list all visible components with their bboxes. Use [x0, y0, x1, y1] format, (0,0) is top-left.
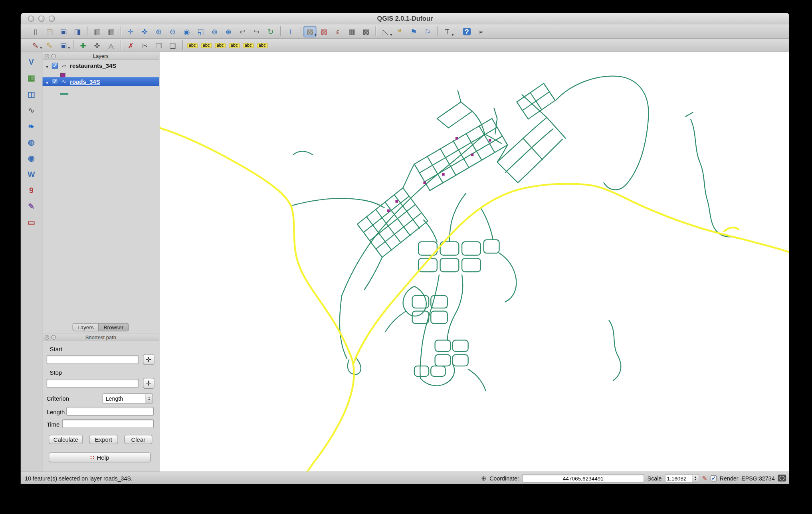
length-input[interactable] [66, 407, 154, 416]
label-highlight-icon[interactable]: abc [214, 40, 227, 51]
stop-input[interactable] [47, 379, 139, 388]
clear-button[interactable]: Clear [124, 435, 152, 444]
dropdown-arrows-icon [692, 474, 699, 482]
road-path [691, 120, 733, 237]
render-checkbox[interactable] [710, 475, 717, 481]
layer-visibility-checkbox[interactable] [52, 62, 58, 69]
road-block [462, 258, 481, 272]
add-wms-layer-icon[interactable]: ◍ [25, 136, 38, 148]
start-input[interactable] [47, 355, 139, 364]
scale-select[interactable]: 1:16082 [665, 474, 699, 482]
toggle-editing-icon[interactable]: ✎ [43, 40, 56, 51]
cut-features-icon[interactable]: ✂ [138, 40, 151, 51]
expand-arrow-icon[interactable] [45, 61, 49, 70]
deselect-features-icon[interactable]: ▨ [317, 26, 330, 37]
show-bookmarks-icon[interactable]: ⚐ [421, 26, 434, 37]
layer-item-roads[interactable]: ∿ roads_34S [42, 77, 159, 86]
zoom-out-icon[interactable]: ⊖ [166, 26, 179, 37]
new-shapefile-layer-icon[interactable]: ✎ [25, 200, 38, 212]
field-calculator-icon[interactable]: ε [331, 26, 344, 37]
export-button[interactable]: Export [89, 435, 118, 444]
zoom-next-icon[interactable]: ↪ [250, 26, 263, 37]
copy-features-icon[interactable]: ❐ [152, 40, 165, 51]
whats-this-icon[interactable]: ➢ [474, 26, 487, 37]
new-print-composer-icon[interactable]: ▥ [91, 26, 103, 37]
delete-selected-icon[interactable]: ✗ [124, 40, 137, 51]
refresh-map-icon[interactable]: ↻ [264, 26, 277, 37]
attribute-table-icon[interactable]: ▦ [345, 26, 358, 37]
node-tool-icon[interactable]: ◬ [105, 40, 117, 51]
add-postgis-layer-icon[interactable]: ◫ [25, 87, 38, 100]
measure-line-icon[interactable]: ◺▾ [379, 26, 392, 37]
labeling-icon[interactable]: abc [186, 40, 199, 51]
tab-layers[interactable]: Layers [72, 323, 99, 331]
expand-arrow-icon[interactable] [45, 77, 49, 86]
label-pin-icon[interactable]: abc [200, 40, 213, 51]
road-block [453, 340, 468, 352]
zoom-last-icon[interactable]: ↩ [236, 26, 249, 37]
panel-close-icon[interactable] [45, 54, 50, 59]
road-path [556, 76, 648, 190]
current-edits-icon[interactable]: ✎▾ [29, 40, 42, 51]
select-features-icon[interactable]: ▧▾ [303, 26, 316, 37]
map-canvas[interactable] [160, 52, 789, 472]
zoom-to-layer-icon[interactable]: ⊛ [222, 26, 235, 37]
add-raster-layer-icon[interactable]: ▦ [25, 71, 38, 84]
paste-features-icon[interactable]: ❏ [166, 40, 179, 51]
layer-visibility-checkbox[interactable] [52, 79, 58, 85]
layer-item-restaurants[interactable]: ▱ restaurants_34S [42, 61, 159, 70]
label-move-icon[interactable]: abc [228, 40, 241, 51]
zoom-actual-size-icon[interactable]: ◉ [180, 26, 193, 37]
save-layer-edits-icon[interactable]: ▣▾ [57, 40, 70, 51]
add-oracle-layer-icon[interactable]: 9 [25, 184, 38, 196]
raster-calculator-icon[interactable]: ▩ [359, 26, 372, 37]
criterion-select[interactable]: Length [103, 393, 153, 404]
roads-symbol [60, 93, 68, 95]
panel-float-icon[interactable] [51, 54, 56, 59]
composer-manager-icon[interactable]: ▦ [105, 26, 117, 37]
add-vector-layer-icon[interactable]: V [25, 55, 38, 68]
shortest-path-title: Shortest path [85, 334, 116, 340]
point-layer-icon: ▱ [61, 63, 67, 68]
pick-start-button[interactable]: ✛ [143, 354, 154, 365]
help-contents-icon[interactable]: ? [460, 26, 473, 37]
help-button[interactable]: ∷ Help [49, 453, 151, 463]
open-project-icon[interactable]: ▤ [43, 26, 56, 37]
new-bookmark-icon[interactable]: ⚑ [407, 26, 420, 37]
zoom-in-icon[interactable]: ⊕ [152, 26, 165, 37]
add-feature-icon[interactable]: ✚ [77, 40, 89, 51]
new-project-icon[interactable]: ▯ [29, 26, 42, 37]
map-tips-icon[interactable]: ❝ [393, 26, 406, 37]
add-mssql-layer-icon[interactable]: ❧ [25, 120, 38, 132]
add-wfs-layer-icon[interactable]: W [25, 168, 38, 180]
add-spatialite-layer-icon[interactable]: ∿ [25, 103, 38, 116]
road-path [403, 164, 414, 188]
zoom-full-extent-icon[interactable]: ◱ [194, 26, 207, 37]
tab-browser[interactable]: Browser [98, 323, 129, 331]
label-rotate-icon[interactable]: abc [242, 40, 255, 51]
shortest-path-header: Shortest path [42, 333, 159, 341]
toolbar-separator [121, 26, 121, 36]
pan-to-selection-icon[interactable]: ✜ [138, 26, 151, 37]
move-feature-icon[interactable]: ✜ [91, 40, 103, 51]
panel-close-icon[interactable] [45, 335, 50, 340]
toolbar-separator [457, 26, 457, 36]
save-project-as-icon[interactable]: ◨ [71, 26, 84, 37]
identify-features-icon[interactable]: i [284, 26, 297, 37]
crs-status-icon[interactable] [778, 475, 786, 482]
mouse-position-icon[interactable]: ⊕ [481, 475, 486, 481]
calculate-button[interactable]: Calculate [49, 435, 83, 444]
zoom-to-selection-icon[interactable]: ⊚ [208, 26, 221, 37]
time-input[interactable] [62, 419, 154, 428]
pan-map-icon[interactable]: ✛ [124, 26, 137, 37]
save-project-icon[interactable]: ▣ [57, 26, 70, 37]
remove-layer-icon[interactable]: ▭ [25, 216, 38, 228]
text-annotation-icon[interactable]: T▾ [441, 26, 454, 37]
scale-edit-icon[interactable]: ✎ [702, 475, 707, 481]
title-bar[interactable]: QGIS 2.0.1-Dufour [21, 13, 789, 24]
panel-float-icon[interactable] [51, 335, 56, 340]
pick-stop-button[interactable]: ✛ [143, 378, 154, 389]
add-wcs-layer-icon[interactable]: ◉ [25, 152, 38, 164]
label-properties-icon[interactable]: abc [256, 40, 269, 51]
coordinate-input[interactable] [522, 474, 644, 482]
